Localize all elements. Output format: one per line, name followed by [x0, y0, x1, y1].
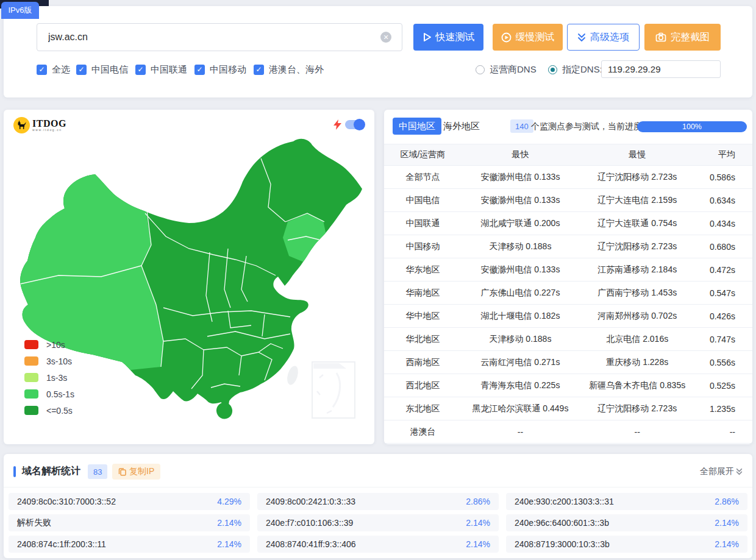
cell-slowest: 辽宁大连联通 0.754s	[579, 218, 695, 229]
copy-ip-label: 复制IP	[129, 466, 154, 477]
full-screenshot-button[interactable]: 完整截图	[644, 24, 721, 51]
table-row: 中国移动 天津移动 0.188s 辽宁沈阳移动 2.723s 0.680s	[384, 235, 752, 258]
legend-label: <=0.5s	[46, 406, 73, 416]
ip-item[interactable]: 240e:f7:c010:106:3::39 2.14%	[257, 514, 499, 531]
cell-average: 0.586s	[695, 172, 752, 182]
ipv6-tab[interactable]: IPv6版	[1, 2, 39, 19]
ip-item[interactable]: 2408:8719:3000:10:3::3b 2.14%	[506, 536, 747, 553]
tab-overseas-region[interactable]: 海外地区	[443, 118, 480, 135]
cell-slowest: 河南郑州移动 0.702s	[579, 311, 695, 322]
dns-input[interactable]	[601, 60, 721, 78]
radio-icon	[476, 65, 485, 74]
legend-item: 1s-3s	[24, 373, 74, 382]
taiwan-island	[285, 364, 300, 386]
legend-label: 3s-10s	[46, 356, 72, 366]
cell-region: 港澳台	[384, 427, 462, 438]
copy-ip-button[interactable]: 复制IP	[112, 464, 160, 480]
ip-item[interactable]: 2409:8c00:2421:0:3::33 2.86%	[257, 493, 499, 510]
fast-mode-toggle[interactable]	[345, 120, 365, 129]
clear-input-icon[interactable]	[380, 32, 391, 43]
advanced-options-label: 高级选项	[590, 31, 629, 44]
ip-percent: 2.14%	[217, 518, 241, 528]
table-row: 中国电信 安徽滁州电信 0.133s 辽宁大连电信 2.159s 0.634s	[384, 189, 752, 212]
legend-label: 1s-3s	[46, 373, 67, 383]
table-row: 华中地区 湖北十堰电信 0.182s 河南郑州移动 0.702s 0.426s	[384, 305, 752, 328]
checkbox-china-unicom[interactable]: 中国联通	[135, 62, 187, 77]
tab-china-region[interactable]: 中国地区	[393, 118, 441, 135]
radio-label: 指定DNS:	[562, 64, 602, 76]
ip-grid: 2409:8c0c:310:7000:3::52 4.29% 2409:8c00…	[9, 493, 747, 553]
cell-slowest: 辽宁沈阳移动 2.723s	[579, 403, 695, 414]
domain-input[interactable]	[37, 23, 402, 51]
play-circle-icon	[501, 32, 512, 43]
results-table: 区域/运营商 最快 最慢 平均 全部节点 安徽滁州电信 0.133s 辽宁沈阳移…	[384, 144, 752, 444]
checkbox-icon	[254, 65, 264, 75]
map-region-west-medium	[4, 152, 163, 372]
table-row: 全部节点 安徽滁州电信 0.133s 辽宁沈阳移动 2.723s 0.586s	[384, 166, 752, 189]
dns-stats-title: 域名解析统计	[22, 465, 80, 478]
checkbox-china-mobile[interactable]: 中国移动	[194, 62, 246, 77]
legend-label: 0.5s-1s	[46, 389, 74, 399]
progress-bar: 100%	[637, 121, 747, 132]
col-header-average: 平均	[695, 149, 752, 160]
ip-item[interactable]: 2408:874c:1ff:200:3::11 2.14%	[9, 536, 250, 553]
dns-stats-card: 域名解析统计 83 复制IP 全部展开 2409:8c0c:310:7000:3…	[4, 454, 752, 558]
checkbox-icon	[76, 65, 87, 75]
cell-region: 西南地区	[384, 357, 462, 368]
ip-percent: 2.14%	[466, 518, 490, 528]
checkbox-china-telecom[interactable]: 中国电信	[76, 62, 128, 77]
cell-slowest: 江苏南通移动 2.184s	[579, 264, 695, 275]
slow-test-label: 缓慢测试	[516, 31, 555, 44]
checkbox-hmt-overseas[interactable]: 港澳台、海外	[254, 62, 324, 77]
cell-average: 0.747s	[695, 335, 752, 344]
legend-swatch	[24, 356, 38, 366]
results-card: 中国地区 海外地区 140 个监测点参与测试，当前进度: 100% 区域/运营商…	[384, 110, 752, 444]
legend-label: >10s	[46, 340, 65, 350]
table-row: 华东地区 安徽滁州电信 0.133s 江苏南通移动 2.184s 0.472s	[384, 258, 752, 282]
copy-icon	[118, 467, 126, 476]
advanced-options-button[interactable]: 高级选项	[567, 24, 640, 51]
checkbox-label: 全选	[52, 64, 70, 76]
radio-carrier-dns[interactable]: 运营商DNS	[476, 62, 537, 77]
dog-icon	[13, 117, 30, 133]
monitor-count-badge: 140	[510, 119, 533, 133]
ip-item[interactable]: 2409:8c0c:310:7000:3::52 4.29%	[9, 493, 250, 510]
ip-value: 解析失败	[17, 517, 51, 528]
table-row: 东北地区 黑龙江哈尔滨联通 0.449s 辽宁沈阳移动 2.723s 1.235…	[384, 397, 752, 420]
play-icon	[423, 32, 432, 42]
cell-slowest: 辽宁沈阳移动 2.723s	[579, 241, 695, 252]
ip-value: 240e:f7:c010:106:3::39	[266, 518, 353, 528]
ip-item[interactable]: 2408:8740:41ff:9:3::406 2.14%	[257, 536, 499, 553]
ip-item[interactable]: 解析失败 2.14%	[9, 514, 250, 531]
cell-fastest: 天津移动 0.188s	[462, 334, 579, 345]
ip-item[interactable]: 240e:96c:6400:601:3::3b 2.14%	[506, 514, 747, 531]
table-row: 西南地区 云南红河电信 0.271s 重庆移动 1.228s 0.556s	[384, 351, 752, 374]
ip-value: 2408:8719:3000:10:3::3b	[515, 539, 610, 549]
cell-region: 华东地区	[384, 264, 462, 275]
table-row: 中国联通 湖北咸宁联通 0.200s 辽宁大连联通 0.754s 0.434s	[384, 212, 752, 235]
quick-test-button[interactable]: 快速测试	[413, 24, 483, 51]
cell-fastest: 湖北十堰电信 0.182s	[462, 311, 579, 322]
cell-fastest: 安徽滁州电信 0.133s	[462, 264, 579, 275]
cell-slowest: 重庆移动 1.228s	[579, 357, 695, 368]
legend-swatch	[24, 340, 38, 349]
expand-all-button[interactable]: 全部展开	[700, 466, 743, 477]
lightning-icon	[333, 119, 341, 130]
slow-test-button[interactable]: 缓慢测试	[493, 24, 563, 51]
ip-value: 2408:874c:1ff:200:3::11	[17, 539, 106, 549]
checkbox-select-all[interactable]: 全选	[37, 62, 70, 77]
cell-fastest: 广东佛山电信 0.227s	[462, 288, 579, 299]
legend-swatch	[24, 373, 38, 382]
checkbox-label: 中国电信	[91, 64, 128, 76]
ip-value: 2409:8c0c:310:7000:3::52	[17, 497, 116, 506]
cell-average: 0.426s	[695, 311, 752, 321]
cell-region: 中国电信	[384, 195, 462, 206]
cell-average: 0.434s	[695, 219, 752, 229]
cell-average: 0.525s	[695, 381, 752, 391]
radio-label: 运营商DNS	[490, 64, 537, 76]
cell-average: 0.556s	[695, 358, 752, 367]
cell-slowest: 辽宁沈阳移动 2.723s	[579, 172, 695, 183]
title-accent-bar	[13, 466, 16, 477]
ip-item[interactable]: 240e:930:c200:1303:3::31 2.86%	[506, 493, 747, 510]
radio-specified-dns[interactable]: 指定DNS:	[548, 62, 602, 77]
